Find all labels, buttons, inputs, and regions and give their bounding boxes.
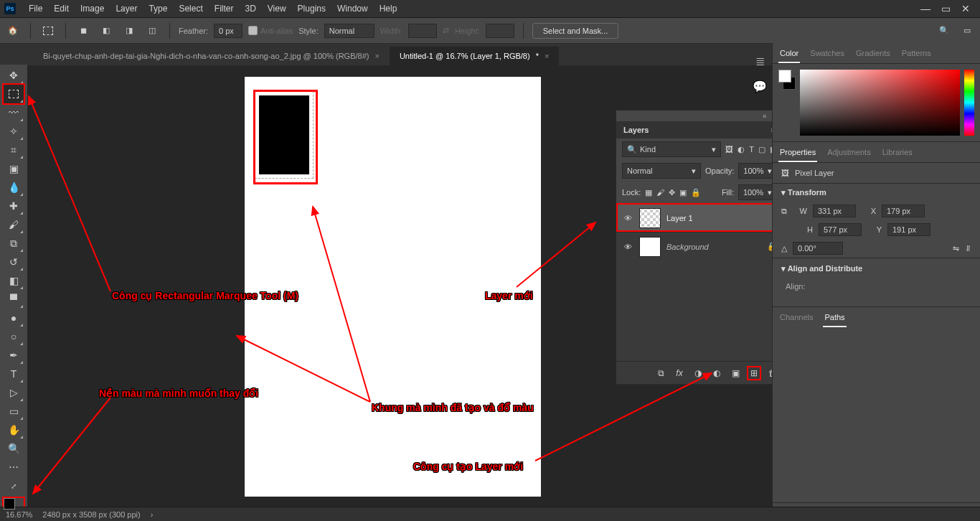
menu-type[interactable]: Type [143,4,173,14]
tab-color[interactable]: Color [778,46,800,63]
window-minimize-icon[interactable]: ― [915,3,936,14]
angle-value[interactable]: 0.00° [793,242,843,255]
gradient-tool-icon[interactable]: ▀ [4,290,24,309]
filter-shape-icon[interactable]: ▢ [758,145,765,154]
eyedropper-tool-icon[interactable]: 💧 [4,178,24,197]
tab-channels[interactable]: Channels [778,310,814,327]
selection-intersect-icon[interactable]: ◫ [143,22,161,39]
marquee-tool-icon[interactable] [4,85,24,103]
height-value[interactable]: 577 px [819,223,862,236]
menu-filter[interactable]: Filter [209,4,240,14]
menu-file[interactable]: File [23,4,48,14]
swap-colors-icon[interactable]: ⤢ [4,477,24,495]
menu-view[interactable]: View [262,4,292,14]
menu-image[interactable]: Image [75,4,110,14]
lasso-tool-icon[interactable]: 〰 [4,103,24,122]
menu-layer[interactable]: Layer [110,4,143,14]
tab-gradients[interactable]: Gradients [854,46,892,63]
healing-tool-icon[interactable]: ✚ [4,197,24,215]
style-select[interactable]: Normal [324,24,374,38]
hand-tool-icon[interactable]: ✋ [4,421,24,439]
flip-h-icon[interactable]: ⇋ [953,244,959,253]
select-and-mask-button[interactable]: Select and Mask... [532,23,619,39]
lock-transparency-icon[interactable]: ▦ [645,188,652,197]
canvas-page[interactable] [245,77,541,497]
brush-tool-icon[interactable]: 🖌 [4,215,24,234]
selection-new-icon[interactable]: ◼ [75,22,92,39]
visibility-icon[interactable]: 👁 [622,214,633,222]
flip-v-icon[interactable]: ⥯ [965,244,971,253]
foreground-color[interactable] [4,498,15,510]
type-tool-icon[interactable]: T [4,365,24,383]
menu-plugins[interactable]: Plugins [292,4,331,14]
statusbar-more-icon[interactable]: › [151,510,154,519]
frame-tool-icon[interactable]: ▣ [4,159,24,178]
workspace-icon[interactable]: ▭ [958,22,976,39]
hue-slider[interactable] [964,70,974,136]
new-layer-icon[interactable]: ⊞ [748,367,760,379]
document-tab-active[interactable]: Untitled-1 @ 16.7% (Layer 1, RGB/8)*× [390,47,559,65]
width-value[interactable]: 331 px [813,205,856,217]
x-value[interactable]: 179 px [882,205,925,217]
magic-wand-tool-icon[interactable]: ✧ [4,122,24,141]
adjustment-layer-icon[interactable]: ◐ [711,367,722,379]
crop-tool-icon[interactable]: ⌗ [4,141,24,159]
feather-field[interactable]: 0 px [214,24,242,38]
layer-thumbnail[interactable] [639,208,661,228]
color-picker-swatches[interactable] [778,70,796,136]
edit-toolbar-icon[interactable]: ⋯ [4,458,24,477]
eraser-tool-icon[interactable]: ◧ [4,271,24,290]
menu-window[interactable]: Window [331,4,374,14]
comments-panel-icon[interactable]: 💬 [753,80,767,93]
menu-edit[interactable]: Edit [48,4,75,14]
close-tab-icon[interactable]: × [374,52,379,60]
chevron-down-icon[interactable]: ▾ [781,188,786,197]
selection-add-icon[interactable]: ◧ [98,22,115,39]
menu-3d[interactable]: 3D [239,4,261,14]
layer-fx-icon[interactable]: fx [674,367,685,379]
filter-pixel-icon[interactable]: 🖼 [725,145,733,154]
history-brush-tool-icon[interactable]: ↺ [4,253,24,271]
fill-field[interactable]: 100%▾ [738,184,777,200]
filter-adjust-icon[interactable]: ◐ [738,145,745,154]
menu-help[interactable]: Help [374,4,403,14]
tab-paths[interactable]: Paths [823,310,846,327]
layer-name[interactable]: Background [666,243,761,251]
document-tab[interactable]: Bi-quyet-chup-anh-dep-tai-gia-Nghi-dich-… [33,47,390,65]
close-tab-icon[interactable]: × [545,52,549,60]
tab-libraries[interactable]: Libraries [881,145,914,162]
filter-kind-select[interactable]: 🔍 Kind ▾ [622,141,721,157]
window-restore-icon[interactable]: ▭ [936,3,956,14]
layer-mask-icon[interactable]: ◑ [692,367,704,379]
link-layers-icon[interactable]: ⧉ [655,367,666,379]
y-value[interactable]: 191 px [887,223,930,236]
history-panel-icon[interactable]: ≣ [755,55,765,68]
link-wh-icon[interactable]: ⧉ [781,207,787,216]
path-select-tool-icon[interactable]: ▷ [4,383,24,402]
lock-image-icon[interactable]: 🖌 [656,188,664,197]
tab-properties[interactable]: Properties [778,145,817,162]
lock-artboard-icon[interactable]: ▣ [679,188,687,197]
layer-row[interactable]: 👁 Background 🔒 [616,232,783,260]
layer-group-icon[interactable]: ▣ [730,367,741,379]
tool-preset-icon[interactable] [39,22,57,39]
home-icon[interactable]: 🏠 [4,22,22,39]
layer-thumbnail[interactable] [639,237,661,257]
zoom-value[interactable]: 16.67% [6,510,32,519]
selection-subtract-icon[interactable]: ◨ [121,22,138,39]
window-close-icon[interactable]: ✕ [956,3,976,14]
layer-row-selected[interactable]: 👁 Layer 1 [616,203,783,232]
tab-adjustments[interactable]: Adjustments [826,145,872,162]
search-icon[interactable]: 🔍 [936,22,953,39]
filter-type-icon[interactable]: T [749,145,754,154]
tab-patterns[interactable]: Patterns [900,46,933,63]
lock-position-icon[interactable]: ✥ [669,188,675,197]
pen-tool-icon[interactable]: ✒ [4,346,24,365]
dodge-tool-icon[interactable]: ○ [4,327,24,346]
zoom-tool-icon[interactable]: 🔍 [4,439,24,458]
move-tool-icon[interactable]: ✥ [4,66,24,85]
blend-mode-select[interactable]: Normal▾ [622,163,701,179]
blur-tool-icon[interactable]: ● [4,309,24,327]
clone-stamp-tool-icon[interactable]: ⧉ [4,234,24,253]
shape-tool-icon[interactable]: ▭ [4,402,24,421]
